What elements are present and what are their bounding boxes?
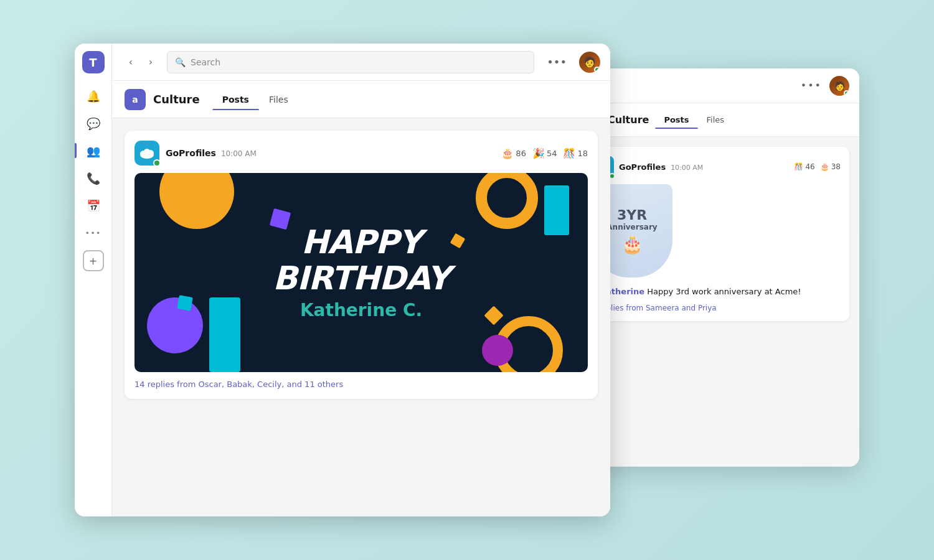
back-post-content: @Katherine Happy 3rd work anniversary at…: [592, 286, 841, 297]
back-posts-area: GoProfiles 10:00 AM 🎊 46 🎂 38: [573, 137, 859, 467]
tab-files[interactable]: Files: [259, 90, 298, 110]
back-nav-button[interactable]: ‹: [122, 54, 139, 71]
sidebar-item-calls[interactable]: 📞: [81, 166, 106, 190]
topbar: ‹ › 🔍 Search ••• 🧑: [112, 44, 610, 81]
reaction-2-count: 54: [547, 149, 557, 158]
back-reaction-2-emoji: 🎂: [820, 162, 829, 171]
back-post-author: GoProfiles: [619, 162, 666, 172]
bell-icon: 🔔: [87, 90, 100, 103]
back-post-time: 10:00 AM: [671, 164, 703, 172]
reaction-2-emoji: 🎉: [532, 147, 545, 159]
back-tab-files[interactable]: Files: [698, 111, 734, 128]
forward-nav-button[interactable]: ›: [142, 54, 159, 71]
back-post-replies[interactable]: 2 replies from Sameera and Priya: [592, 304, 841, 312]
search-input[interactable]: Search: [191, 57, 220, 67]
back-channel-tabs: Posts Files: [655, 111, 733, 128]
post-card: GoProfiles 10:00 AM 🎂 86 🎉 54: [125, 131, 598, 399]
user-status-indicator: [594, 67, 600, 73]
user-avatar[interactable]: 🧑: [579, 52, 600, 73]
back-channel-header: a Culture Posts Files: [573, 103, 859, 137]
back-post-card: GoProfiles 10:00 AM 🎊 46 🎂 38: [583, 147, 849, 321]
back-tab-posts[interactable]: Posts: [655, 111, 697, 128]
back-reaction-1-emoji: 🎊: [794, 162, 803, 171]
channel-tabs: Posts Files: [212, 90, 298, 110]
teams-logo: T: [82, 51, 105, 73]
post-reactions: 🎂 86 🎉 54 🎊 18: [501, 147, 588, 159]
reaction-1-count: 86: [516, 149, 526, 158]
reaction-3-emoji: 🎊: [563, 147, 575, 159]
nav-arrows: ‹ ›: [122, 54, 159, 71]
back-post-reactions: 🎊 46 🎂 38: [794, 162, 841, 171]
svg-point-7: [144, 149, 150, 155]
reaction-3-count: 18: [577, 149, 588, 158]
chat-icon: 💬: [87, 117, 100, 130]
back-reaction-2-count: 38: [831, 162, 841, 171]
birthday-text: HAPPY BIRTHDAY Katherine C.: [273, 225, 450, 320]
back-topbar: ••• 🧑: [573, 68, 859, 103]
topbar-more-button[interactable]: •••: [542, 53, 572, 71]
anniversary-yr: 3YR: [617, 207, 647, 223]
post-time: 10:00 AM: [221, 149, 257, 158]
back-window: ••• 🧑 a Culture Posts Files: [573, 68, 859, 467]
back-message-text: Happy 3rd work anniversary at Acme!: [644, 287, 801, 296]
back-more-button[interactable]: •••: [801, 80, 822, 91]
main-window: T 🔔 💬 👥 📞 📅 ••• +: [75, 44, 610, 516]
back-channel-name: Culture: [608, 114, 649, 126]
back-user-status-indicator: [844, 90, 849, 96]
back-reaction-1-count: 46: [805, 162, 814, 171]
back-post-header: GoProfiles 10:00 AM 🎊 46 🎂 38: [592, 156, 841, 178]
channel-name: Culture: [153, 93, 200, 106]
cloud-icon: [139, 148, 155, 159]
back-reaction-2: 🎂 38: [820, 162, 841, 171]
sidebar-item-calendar[interactable]: 📅: [81, 193, 106, 218]
calls-icon: 📞: [87, 172, 100, 185]
happy-birthday-line1: HAPPY: [273, 225, 450, 260]
happy-birthday-line2: BIRTHDAY: [273, 261, 450, 296]
back-reaction-1: 🎊 46: [794, 162, 814, 171]
channel-header: a Culture Posts Files: [112, 81, 610, 118]
post-meta: GoProfiles 10:00 AM: [166, 148, 495, 158]
post-avatar: [134, 141, 159, 166]
anniversary-text: Anniversary: [606, 223, 657, 231]
calendar-icon: 📅: [87, 199, 100, 212]
sidebar: T 🔔 💬 👥 📞 📅 ••• +: [75, 44, 112, 516]
teams-icon: 👥: [87, 144, 100, 157]
sidebar-item-chat[interactable]: 💬: [81, 111, 106, 136]
birthday-card-image: HAPPY BIRTHDAY Katherine C.: [134, 173, 588, 372]
search-icon: 🔍: [175, 57, 186, 67]
back-user-avatar[interactable]: 🧑: [829, 76, 849, 96]
sidebar-item-notifications[interactable]: 🔔: [81, 83, 106, 108]
posts-area: GoProfiles 10:00 AM 🎂 86 🎉 54: [112, 118, 610, 516]
anniversary-cake-icon: 🎂: [621, 234, 643, 254]
back-post-meta: GoProfiles 10:00 AM: [619, 162, 789, 172]
sidebar-item-more[interactable]: •••: [81, 220, 106, 245]
birthday-name: Katherine C.: [273, 300, 450, 320]
search-box[interactable]: 🔍 Search: [167, 51, 534, 73]
main-content-area: ‹ › 🔍 Search ••• 🧑 a Culture: [112, 44, 610, 516]
channel-logo: a: [125, 89, 146, 110]
reaction-3: 🎊 18: [563, 147, 588, 159]
tab-posts[interactable]: Posts: [212, 90, 259, 110]
sidebar-add-button[interactable]: +: [83, 250, 104, 271]
post-status-indicator: [153, 159, 161, 167]
sidebar-item-teams[interactable]: 👥: [81, 138, 106, 163]
post-replies[interactable]: 14 replies from Oscar, Babak, Cecily, an…: [134, 380, 588, 389]
reaction-2: 🎉 54: [532, 147, 557, 159]
post-author: GoProfiles: [166, 148, 216, 158]
reaction-1: 🎂 86: [501, 147, 526, 159]
reaction-1-emoji: 🎂: [501, 147, 514, 159]
post-header: GoProfiles 10:00 AM 🎂 86 🎉 54: [134, 141, 588, 166]
